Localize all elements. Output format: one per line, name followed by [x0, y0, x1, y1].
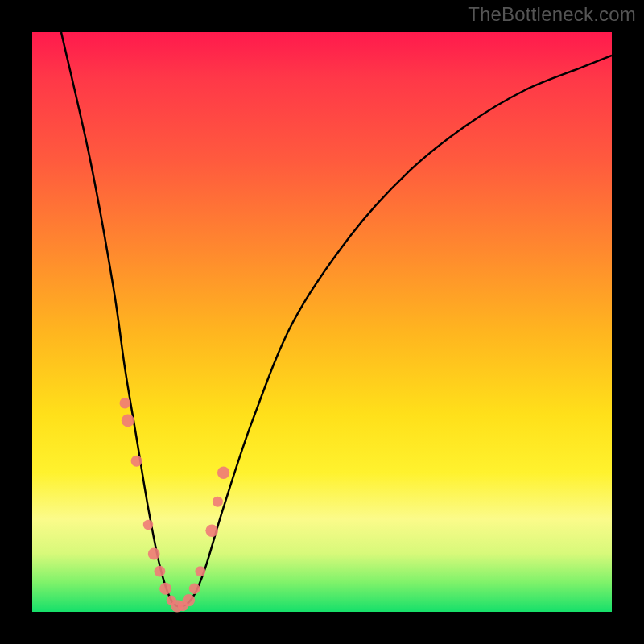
- plot-area: [32, 32, 612, 612]
- bottleneck-curve-path: [61, 32, 612, 606]
- marker-dot: [205, 524, 218, 537]
- bottleneck-curve: [61, 32, 612, 606]
- marker-dot: [183, 594, 195, 606]
- marker-dot: [148, 548, 160, 560]
- marker-dot: [213, 497, 223, 507]
- marker-dot: [122, 414, 134, 427]
- watermark-text: TheBottleneck.com: [468, 3, 636, 26]
- marker-dot: [155, 566, 166, 577]
- marker-dot: [195, 566, 205, 576]
- marker-dot: [159, 583, 171, 595]
- marker-dot: [217, 467, 229, 479]
- chart-svg: [32, 32, 612, 612]
- chart-frame: TheBottleneck.com: [0, 0, 644, 644]
- marker-dot: [131, 456, 142, 467]
- marker-dot: [189, 583, 200, 594]
- marker-dot: [120, 398, 130, 408]
- marker-dot: [143, 520, 153, 530]
